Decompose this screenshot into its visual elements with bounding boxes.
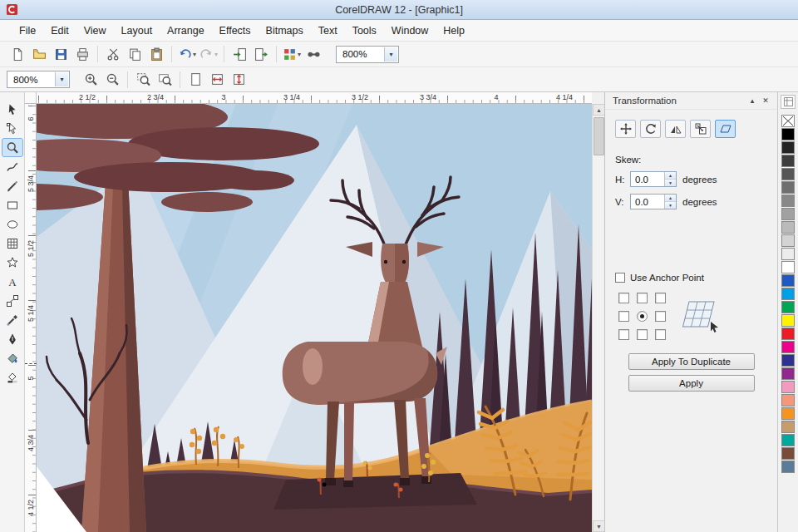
new-document-button[interactable] <box>7 44 28 64</box>
vertical-ruler[interactable]: 65 3/45 1/25 1/454 3/44 1/2 <box>25 104 37 532</box>
menu-bitmaps[interactable]: Bitmaps <box>259 20 311 42</box>
color-swatch-14[interactable] <box>781 314 795 327</box>
zoom-in-button[interactable] <box>80 70 101 90</box>
anchor-point-1[interactable] <box>637 293 648 303</box>
zoom-to-selection-button[interactable] <box>132 70 154 90</box>
color-swatch-10[interactable] <box>781 261 795 273</box>
freehand-tool[interactable] <box>2 158 22 175</box>
chevron-down-icon[interactable]: ▾ <box>55 72 68 86</box>
color-swatch-21[interactable] <box>781 407 795 420</box>
rotation-button[interactable] <box>640 120 661 138</box>
outline-tool[interactable] <box>2 330 22 347</box>
application-launcher-button[interactable]: ▾ <box>281 44 303 64</box>
color-swatch-1[interactable] <box>781 141 795 154</box>
menu-view[interactable]: View <box>76 20 114 42</box>
import-button[interactable] <box>229 44 250 64</box>
interactive-fill-tool[interactable] <box>2 368 22 386</box>
menu-window[interactable]: Window <box>384 20 436 42</box>
anchor-point-5[interactable] <box>655 311 666 322</box>
export-button[interactable] <box>250 44 272 64</box>
menu-arrange[interactable]: Arrange <box>160 20 211 42</box>
zoom-out-button[interactable] <box>101 70 123 90</box>
color-swatch-2[interactable] <box>781 155 795 167</box>
zoom-to-page-button[interactable] <box>185 70 206 90</box>
anchor-point-6[interactable] <box>618 329 629 340</box>
skew-v-up-button[interactable]: ▲ <box>665 195 676 202</box>
anchor-point-0[interactable] <box>618 293 629 303</box>
copy-button[interactable] <box>124 44 145 64</box>
color-swatch-19[interactable] <box>781 381 795 393</box>
apply-button[interactable]: Apply <box>628 375 755 392</box>
apply-to-duplicate-button[interactable]: Apply To Duplicate <box>628 353 755 370</box>
drawing-canvas[interactable] <box>37 104 592 532</box>
save-button[interactable] <box>50 44 71 64</box>
color-swatch-11[interactable] <box>781 274 795 287</box>
chevron-down-icon[interactable]: ▾ <box>384 47 397 62</box>
color-swatch-4[interactable] <box>781 181 795 194</box>
color-swatch-0[interactable] <box>781 128 795 140</box>
no-color-swatch[interactable] <box>781 115 795 127</box>
zoom-tool[interactable] <box>2 139 22 156</box>
vertical-scrollbar[interactable]: ▲ ▼ <box>592 104 604 532</box>
skew-v-down-button[interactable]: ▼ <box>665 202 676 209</box>
docker-close-button[interactable]: ✕ <box>759 94 772 107</box>
color-swatch-13[interactable] <box>781 301 795 313</box>
basic-shapes-tool[interactable] <box>2 254 22 271</box>
color-swatch-15[interactable] <box>781 328 795 340</box>
menu-help[interactable]: Help <box>436 20 472 42</box>
scroll-down-arrow[interactable]: ▼ <box>593 520 605 532</box>
position-button[interactable] <box>615 120 636 138</box>
anchor-point-7[interactable] <box>637 329 648 340</box>
docker-tab-button[interactable] <box>781 95 796 109</box>
color-swatch-16[interactable] <box>781 341 795 353</box>
horizontal-ruler[interactable]: 2 1/22 3/433 1/43 1/23 3/444 1/4 <box>37 92 592 104</box>
eyedropper-tool[interactable] <box>2 311 22 328</box>
fill-tool[interactable] <box>2 349 22 367</box>
paste-button[interactable] <box>145 44 167 64</box>
rectangle-tool[interactable] <box>2 196 22 214</box>
menu-layout[interactable]: Layout <box>114 20 160 42</box>
redo-button[interactable]: ▾ <box>198 44 219 64</box>
redo-button-dropdown[interactable]: ▾ <box>214 51 218 58</box>
menu-effects[interactable]: Effects <box>212 20 259 42</box>
anchor-point-2[interactable] <box>655 293 666 303</box>
color-swatch-18[interactable] <box>781 367 795 380</box>
undo-button-dropdown[interactable]: ▾ <box>193 51 196 58</box>
skew-h-down-button[interactable]: ▼ <box>665 180 676 186</box>
skew-h-up-button[interactable]: ▲ <box>665 172 676 180</box>
zoom-combo[interactable]: 800% ▾ <box>7 71 70 88</box>
titlebar[interactable]: CorelDRAW 12 - [Graphic1] <box>0 0 798 20</box>
use-anchor-point-checkbox[interactable] <box>615 273 625 283</box>
menu-file[interactable]: File <box>12 20 43 42</box>
zoom-levels-combo[interactable]: 800% ▾ <box>336 46 399 63</box>
anchor-point-3[interactable] <box>618 311 629 322</box>
undo-button[interactable]: ▾ <box>176 44 198 64</box>
menu-text[interactable]: Text <box>311 20 345 42</box>
zoom-to-page-height-button[interactable] <box>228 70 249 90</box>
text-tool[interactable]: A <box>2 273 22 290</box>
anchor-point-4[interactable] <box>637 311 648 322</box>
corel-graph-button[interactable] <box>303 44 324 64</box>
color-swatch-7[interactable] <box>781 221 795 234</box>
color-swatch-12[interactable] <box>781 288 795 300</box>
scrollbar-thumb[interactable] <box>594 117 604 155</box>
docker-collapse-button[interactable]: ▴ <box>746 94 759 107</box>
anchor-point-8[interactable] <box>655 329 666 340</box>
menu-edit[interactable]: Edit <box>43 20 76 42</box>
menu-tools[interactable]: Tools <box>345 20 384 42</box>
color-swatch-25[interactable] <box>781 461 795 473</box>
shape-tool[interactable] <box>2 120 22 137</box>
print-button[interactable] <box>71 44 93 64</box>
color-swatch-23[interactable] <box>781 434 795 446</box>
zoom-to-page-width-button[interactable] <box>206 70 228 90</box>
pick-tool[interactable] <box>2 101 22 118</box>
color-swatch-3[interactable] <box>781 168 795 180</box>
cut-button[interactable] <box>102 44 124 64</box>
color-swatch-9[interactable] <box>781 248 795 260</box>
ellipse-tool[interactable] <box>2 215 22 233</box>
scale-mirror-button[interactable] <box>665 120 686 138</box>
interactive-blend-tool[interactable] <box>2 292 22 309</box>
graph-paper-tool[interactable] <box>2 234 22 252</box>
color-swatch-17[interactable] <box>781 354 795 367</box>
skew-button[interactable] <box>715 120 736 138</box>
